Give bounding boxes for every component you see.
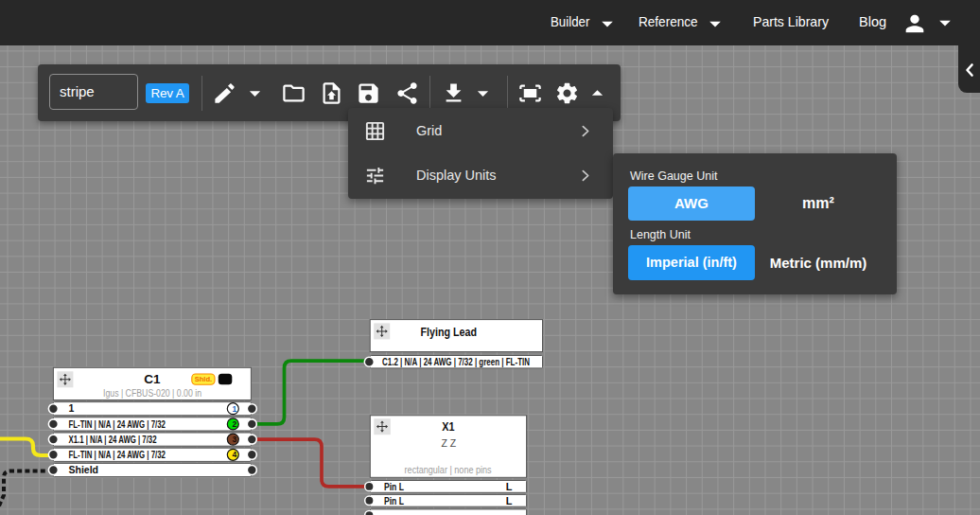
svg-text:4: 4 [233,450,237,459]
svg-text:1: 1 [233,404,237,414]
svg-text:FL-TIN | N/A | 24 AWG | 7/32: FL-TIN | N/A | 24 AWG | 7/32 [69,449,166,460]
svg-text:Z Z: Z Z [441,437,456,449]
svg-text:C1: C1 [144,372,161,386]
svg-text:Flying Lead: Flying Lead [421,326,478,339]
svg-text:Pin L: Pin L [384,481,404,492]
svg-text:1: 1 [69,402,75,414]
svg-text:L: L [506,495,513,506]
svg-text:Pin L: Pin L [384,495,404,506]
svg-text:L: L [506,481,513,492]
svg-text:X1.1 | N/A | 24 AWG | 7/32: X1.1 | N/A | 24 AWG | 7/32 [69,434,157,445]
svg-text:3: 3 [233,435,237,444]
svg-text:Igus | CFBUS-020 | 0.00 in: Igus | CFBUS-020 | 0.00 in [103,388,201,399]
svg-text:X1: X1 [442,420,454,434]
svg-text:2: 2 [233,419,237,429]
svg-text:Shld.: Shld. [195,375,212,383]
svg-text:FL-TIN | N/A | 24 AWG | 7/32: FL-TIN | N/A | 24 AWG | 7/32 [69,418,166,430]
svg-text:C1.2 | N/A | 24 AWG | 7/32 | g: C1.2 | N/A | 24 AWG | 7/32 | green | FL-… [382,357,530,367]
svg-text:Shield: Shield [69,464,99,475]
svg-text:rectangular | none pins: rectangular | none pins [405,464,492,475]
